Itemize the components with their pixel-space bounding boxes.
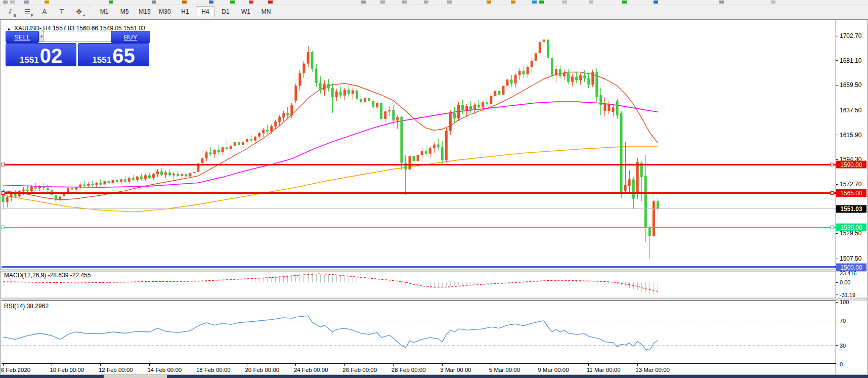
- level-line-handle[interactable]: [2, 226, 5, 229]
- candle: [388, 110, 390, 111]
- candle: [425, 151, 427, 154]
- candle: [409, 156, 411, 170]
- date-axis-label: 6 Feb 2020: [1, 367, 30, 373]
- price-axis-label: 1659.50: [840, 81, 862, 89]
- rsi-axis-label: 0: [840, 361, 843, 367]
- candle: [498, 91, 500, 95]
- date-axis-label: 9 Mar 00:00: [538, 367, 569, 373]
- macd-indicator-label: MACD(12,26,9) -28.639 -22.455: [4, 272, 91, 279]
- macd-signal-line: [3, 274, 658, 291]
- candle: [364, 98, 366, 102]
- candle: [18, 191, 21, 196]
- candle: [567, 73, 570, 82]
- candle: [587, 78, 590, 85]
- candle: [286, 113, 289, 116]
- price-chart-canvas[interactable]: 1702.701681.101659.501637.501615.901594.…: [0, 0, 868, 378]
- candle: [185, 174, 187, 177]
- candle: [140, 177, 143, 179]
- candle: [258, 133, 261, 137]
- candle: [624, 185, 627, 191]
- candle: [6, 197, 9, 202]
- candle: [10, 194, 13, 197]
- mt4-terminal: ⫽E☰FAT✥▾M1M5M15M30H1H4D1W1MN ▲XAUUSD-,H4…: [0, 0, 868, 378]
- candle: [112, 180, 114, 184]
- candle: [376, 103, 378, 107]
- candle: [514, 75, 517, 83]
- candle: [164, 173, 167, 175]
- bottom-panel-edge-right[interactable]: [167, 375, 868, 378]
- candle: [47, 188, 49, 190]
- candle: [177, 174, 179, 176]
- candle: [551, 58, 553, 75]
- candle: [307, 52, 310, 64]
- candle: [266, 130, 269, 131]
- candle: [278, 117, 281, 122]
- candle: [71, 188, 73, 189]
- candle: [396, 117, 399, 121]
- ma-mid-line: [3, 102, 658, 187]
- candle: [636, 162, 639, 192]
- candle: [75, 187, 77, 190]
- candle: [262, 130, 265, 133]
- candle: [160, 172, 163, 175]
- level-line-handle[interactable]: [831, 226, 834, 229]
- candle: [648, 227, 651, 236]
- candle: [323, 84, 326, 90]
- candle: [352, 91, 354, 94]
- candle: [620, 113, 623, 192]
- candle: [628, 179, 631, 186]
- candle: [246, 139, 248, 142]
- level-line-handle[interactable]: [831, 163, 834, 166]
- macd-axis-label: -31.19: [840, 292, 855, 298]
- candle: [372, 101, 374, 107]
- rsi-axis-label: 100: [840, 299, 849, 305]
- date-axis-label: 10 Feb 00:00: [50, 367, 84, 373]
- price-axis-label: 1615.90: [840, 132, 862, 139]
- candle: [298, 73, 301, 86]
- candle: [205, 152, 208, 158]
- candle: [583, 75, 586, 78]
- macd-axis-label: 0.00: [840, 279, 850, 285]
- level-line-handle[interactable]: [831, 191, 834, 194]
- candle: [490, 96, 492, 104]
- date-axis-label: 18 Feb 00:00: [196, 367, 231, 373]
- candle: [250, 139, 252, 140]
- candle: [595, 72, 598, 97]
- candle: [555, 69, 557, 75]
- candle: [510, 79, 513, 83]
- candle: [168, 173, 171, 176]
- candle: [518, 71, 521, 75]
- candle: [79, 185, 81, 188]
- candle: [457, 105, 460, 118]
- candle: [445, 131, 448, 160]
- candle: [482, 102, 484, 107]
- candle: [657, 201, 659, 209]
- rsi-indicator-label: RSI(14) 38.2962: [4, 303, 49, 310]
- candle: [591, 72, 594, 85]
- candle: [421, 151, 423, 155]
- date-axis-label: 28 Feb 00:00: [392, 367, 426, 373]
- candle: [152, 174, 155, 178]
- candle: [116, 180, 118, 183]
- pane-divider[interactable]: [0, 298, 866, 300]
- pane-divider[interactable]: [0, 269, 866, 271]
- candle: [603, 103, 606, 111]
- candle: [209, 152, 212, 154]
- level-line-handle[interactable]: [2, 163, 5, 166]
- candle: [644, 176, 647, 228]
- candle: [494, 91, 496, 96]
- candle: [400, 117, 403, 163]
- candle: [274, 122, 277, 127]
- candle: [539, 42, 541, 54]
- candle: [413, 156, 415, 161]
- date-axis-label: 14 Feb 00:00: [147, 367, 182, 373]
- candle: [469, 106, 472, 110]
- candle: [527, 67, 529, 74]
- bottom-panel-edge-gap: [104, 375, 167, 378]
- rsi-axis-label: 70: [840, 318, 846, 324]
- candle: [254, 137, 256, 141]
- date-axis-label: 13 Mar 00:00: [635, 367, 670, 373]
- candle: [453, 113, 456, 118]
- level-line-handle[interactable]: [2, 191, 5, 194]
- candle: [653, 201, 655, 236]
